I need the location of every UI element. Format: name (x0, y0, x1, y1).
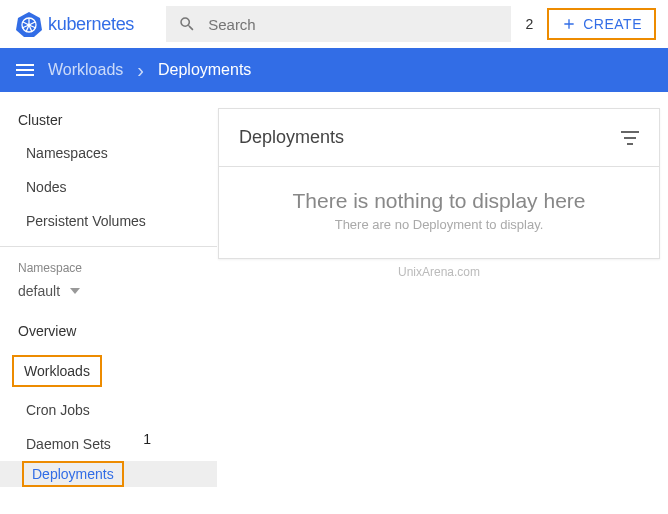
annotation-2: 2 (519, 16, 539, 32)
main-content: Deployments There is nothing to display … (218, 92, 668, 514)
card-header: Deployments (219, 109, 659, 167)
breadcrumb-parent[interactable]: Workloads (48, 61, 123, 79)
empty-state-subtitle: There are no Deployment to display. (231, 217, 647, 232)
search-icon (178, 14, 196, 34)
create-button-label: CREATE (583, 16, 642, 32)
menu-icon[interactable] (16, 64, 34, 76)
sidebar-item-namespaces[interactable]: Namespaces (0, 136, 217, 170)
card-body: There is nothing to display here There a… (219, 167, 659, 258)
svg-rect-10 (621, 131, 639, 133)
logo[interactable]: kubernetes (16, 11, 134, 37)
namespace-label: Namespace (0, 255, 217, 277)
sidebar-item-deployments[interactable]: Deployments (0, 461, 217, 487)
sidebar-section-cluster[interactable]: Cluster (0, 104, 217, 136)
search-input[interactable] (208, 16, 499, 33)
chevron-right-icon: › (137, 59, 144, 82)
namespace-select[interactable]: default (0, 277, 217, 313)
deployments-card: Deployments There is nothing to display … (218, 108, 660, 259)
svg-point-9 (27, 23, 30, 26)
annotation-1: 1 (143, 431, 151, 447)
sidebar: Cluster Namespaces Nodes Persistent Volu… (0, 92, 218, 514)
breadcrumb-bar: Workloads › Deployments (0, 48, 668, 92)
plus-icon (561, 16, 577, 32)
filter-icon[interactable] (621, 131, 639, 145)
sidebar-item-cron-jobs[interactable]: Cron Jobs (0, 393, 217, 427)
sidebar-section-workloads[interactable]: Workloads (12, 355, 102, 387)
brand-text: kubernetes (48, 14, 134, 35)
create-button[interactable]: CREATE (547, 8, 656, 40)
divider (0, 246, 217, 247)
sidebar-item-persistent-volumes[interactable]: Persistent Volumes (0, 204, 217, 238)
topbar: kubernetes 2 CREATE (0, 0, 668, 48)
sidebar-item-label: Deployments (22, 461, 124, 487)
sidebar-item-nodes[interactable]: Nodes (0, 170, 217, 204)
svg-rect-12 (627, 143, 633, 145)
sidebar-item-overview[interactable]: Overview (0, 313, 217, 349)
watermark: UnixArena.com (218, 265, 660, 279)
card-title: Deployments (239, 127, 344, 148)
breadcrumb-current: Deployments (158, 61, 251, 79)
caret-down-icon (70, 288, 80, 294)
empty-state-title: There is nothing to display here (231, 189, 647, 213)
kubernetes-logo-icon (16, 11, 42, 37)
svg-rect-11 (624, 137, 636, 139)
sidebar-item-label: Daemon Sets (26, 436, 111, 452)
search-box[interactable] (166, 6, 511, 42)
namespace-value: default (18, 283, 60, 299)
sidebar-item-daemon-sets[interactable]: Daemon Sets 1 (0, 427, 217, 461)
